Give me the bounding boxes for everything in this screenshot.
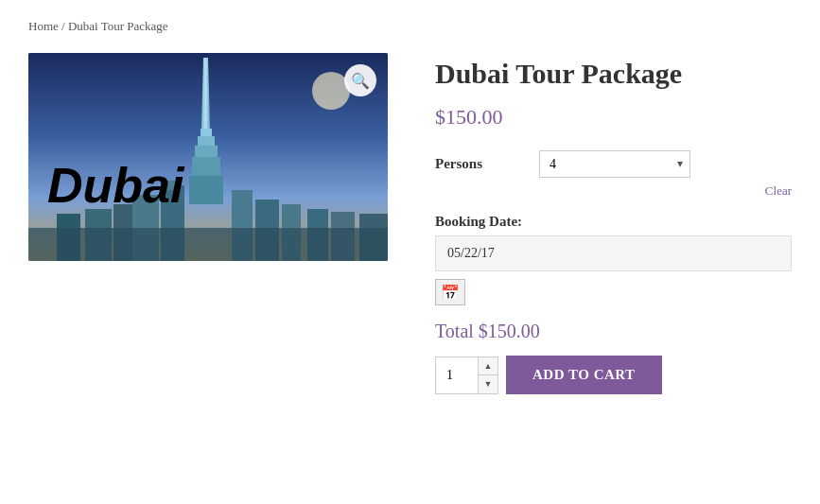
quantity-spinners: ▲ ▼ — [478, 357, 497, 393]
breadcrumb: Home / Dubai Tour Package — [28, 19, 792, 34]
calendar-icon-button[interactable]: 📅 — [435, 279, 465, 305]
add-to-cart-button[interactable]: ADD TO CART — [506, 356, 662, 394]
persons-label: Persons — [435, 156, 520, 172]
persons-clear-row: Clear — [539, 182, 792, 199]
persons-select[interactable]: 1 2 3 4 5 6 7 8 9 10 — [539, 150, 690, 178]
calendar-icon: 📅 — [441, 284, 460, 302]
product-image-column: Dubai 🔍 — [28, 53, 388, 261]
svg-rect-20 — [28, 228, 388, 261]
breadcrumb-current: Dubai Tour Package — [68, 19, 168, 33]
breadcrumb-separator: / — [61, 19, 68, 33]
persons-block: Persons 1 2 3 4 5 6 7 8 9 10 — [435, 150, 792, 199]
quantity-decrement-button[interactable]: ▼ — [479, 375, 497, 393]
product-details-column: Dubai Tour Package $150.00 Persons 1 2 3… — [435, 53, 792, 394]
quantity-increment-button[interactable]: ▲ — [479, 357, 497, 375]
quantity-input[interactable] — [436, 357, 478, 393]
quantity-field: ▲ ▼ — [435, 356, 498, 394]
page-wrapper: Home / Dubai Tour Package — [0, 0, 820, 504]
product-title: Dubai Tour Package — [435, 58, 792, 90]
breadcrumb-home-link[interactable]: Home — [28, 19, 59, 33]
persons-row: Persons 1 2 3 4 5 6 7 8 9 10 — [435, 150, 792, 178]
clear-selection-link[interactable]: Clear — [765, 183, 792, 199]
product-layout: Dubai 🔍 Dubai Tour Package $150.00 Perso… — [28, 53, 792, 394]
svg-rect-6 — [192, 157, 220, 176]
svg-rect-7 — [189, 176, 223, 204]
product-image-wrapper: Dubai 🔍 — [28, 53, 388, 261]
product-image: Dubai — [28, 53, 388, 261]
svg-rect-5 — [195, 146, 218, 157]
total-section: Total $150.00 — [435, 321, 792, 342]
svg-rect-3 — [201, 129, 212, 136]
cart-row: ▲ ▼ ADD TO CART — [435, 356, 792, 394]
zoom-icon[interactable]: 🔍 — [344, 64, 376, 96]
product-price: $150.00 — [435, 105, 792, 130]
booking-date-section: Booking Date: 📅 — [435, 214, 792, 305]
svg-rect-4 — [198, 136, 215, 146]
persons-select-wrapper: 1 2 3 4 5 6 7 8 9 10 ▾ — [539, 150, 690, 178]
booking-date-label: Booking Date: — [435, 214, 792, 230]
total-price-text: Total $150.00 — [435, 321, 540, 341]
booking-date-input[interactable] — [435, 235, 792, 271]
dubai-image-text: Dubai — [47, 157, 183, 214]
